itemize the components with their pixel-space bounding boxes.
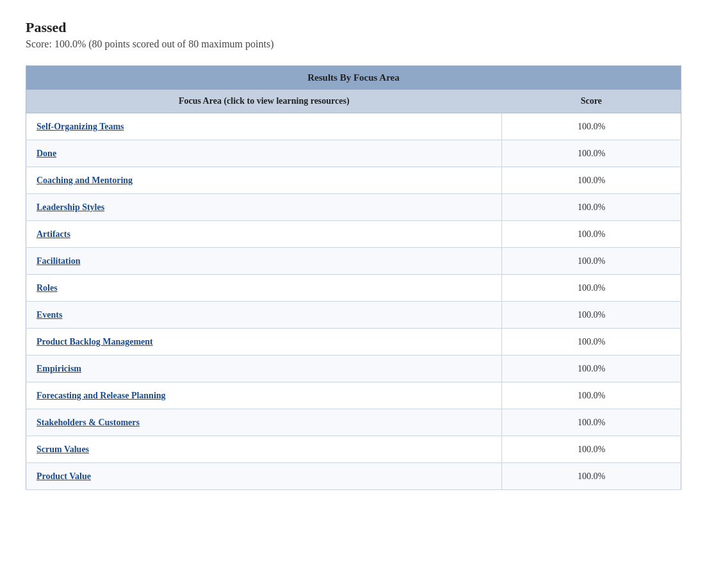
focus-area-cell: Roles [26,275,502,302]
score-cell: 100.0% [502,463,681,490]
table-row: Self-Organizing Teams100.0% [26,113,681,140]
focus-area-cell: Stakeholders & Customers [26,409,502,436]
table-row: Stakeholders & Customers100.0% [26,409,681,436]
col-header-focus-area: Focus Area (click to view learning resou… [26,90,502,113]
table-row: Forecasting and Release Planning100.0% [26,382,681,409]
focus-area-link[interactable]: Forecasting and Release Planning [37,391,166,400]
focus-area-link[interactable]: Facilitation [37,256,80,266]
focus-area-cell: Product Value [26,463,502,490]
score-cell: 100.0% [502,436,681,463]
focus-area-link[interactable]: Artifacts [37,229,70,239]
score-cell: 100.0% [502,409,681,436]
focus-area-link[interactable]: Coaching and Mentoring [37,176,133,185]
focus-area-cell: Done [26,140,502,167]
focus-area-cell: Artifacts [26,221,502,248]
table-row: Roles100.0% [26,275,681,302]
focus-area-link[interactable]: Self-Organizing Teams [37,122,124,131]
focus-area-cell: Self-Organizing Teams [26,113,502,140]
table-row: Facilitation100.0% [26,248,681,275]
header-section: Passed Score: 100.0% (80 points scored o… [26,19,681,50]
score-cell: 100.0% [502,167,681,194]
table-row: Coaching and Mentoring100.0% [26,167,681,194]
score-cell: 100.0% [502,221,681,248]
score-cell: 100.0% [502,355,681,382]
score-cell: 100.0% [502,140,681,167]
table-title-row: Results By Focus Area [26,66,681,90]
focus-area-link[interactable]: Done [37,149,56,158]
focus-area-cell: Product Backlog Management [26,329,502,355]
focus-area-link[interactable]: Product Value [37,471,91,481]
status-label: Passed [26,19,681,36]
table-title: Results By Focus Area [26,66,681,90]
table-body: Self-Organizing Teams100.0%Done100.0%Coa… [26,113,681,490]
focus-area-link[interactable]: Scrum Values [37,445,89,454]
table-row: Scrum Values100.0% [26,436,681,463]
score-cell: 100.0% [502,194,681,221]
table-row: Product Backlog Management100.0% [26,329,681,355]
focus-area-link[interactable]: Empiricism [37,364,81,373]
focus-area-link[interactable]: Roles [37,283,58,293]
table-row: Done100.0% [26,140,681,167]
results-table: Results By Focus Area Focus Area (click … [26,65,681,490]
table-header-row: Focus Area (click to view learning resou… [26,90,681,113]
focus-area-link[interactable]: Events [37,310,62,320]
score-cell: 100.0% [502,113,681,140]
table-row: Artifacts100.0% [26,221,681,248]
focus-area-link[interactable]: Product Backlog Management [37,337,153,347]
score-cell: 100.0% [502,302,681,329]
focus-area-cell: Forecasting and Release Planning [26,382,502,409]
score-cell: 100.0% [502,248,681,275]
score-text: Score: 100.0% (80 points scored out of 8… [26,38,681,50]
score-cell: 100.0% [502,275,681,302]
focus-area-link[interactable]: Leadership Styles [37,202,104,212]
score-cell: 100.0% [502,329,681,355]
score-cell: 100.0% [502,382,681,409]
focus-area-cell: Leadership Styles [26,194,502,221]
focus-area-cell: Events [26,302,502,329]
focus-area-cell: Coaching and Mentoring [26,167,502,194]
focus-area-cell: Empiricism [26,355,502,382]
focus-area-cell: Facilitation [26,248,502,275]
focus-area-cell: Scrum Values [26,436,502,463]
table-row: Leadership Styles100.0% [26,194,681,221]
focus-area-link[interactable]: Stakeholders & Customers [37,418,140,427]
col-header-score: Score [502,90,681,113]
table-row: Empiricism100.0% [26,355,681,382]
table-row: Events100.0% [26,302,681,329]
table-row: Product Value100.0% [26,463,681,490]
